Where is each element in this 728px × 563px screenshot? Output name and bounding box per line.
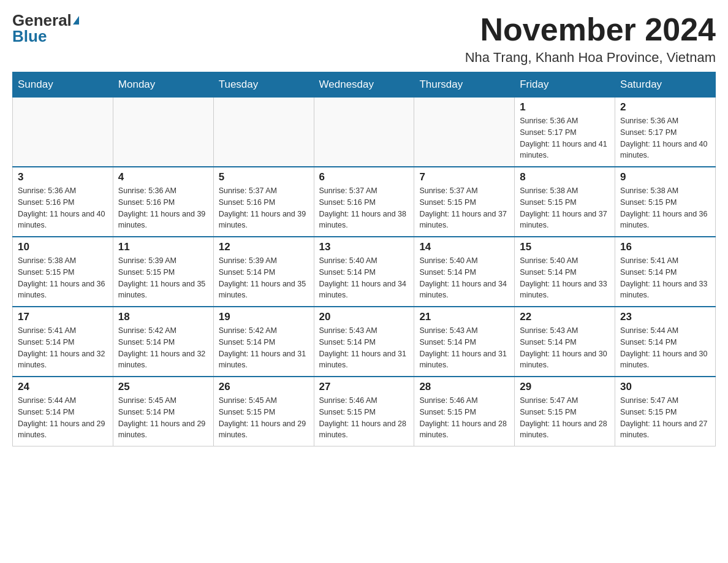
calendar-cell-1-6: 9Sunrise: 5:38 AMSunset: 5:15 PMDaylight…	[615, 167, 716, 237]
calendar-table: Sunday Monday Tuesday Wednesday Thursday…	[12, 72, 716, 446]
calendar-cell-1-1: 4Sunrise: 5:36 AMSunset: 5:16 PMDaylight…	[113, 167, 213, 237]
day-detail: Sunrise: 5:46 AMSunset: 5:15 PMDaylight:…	[319, 395, 409, 441]
day-number: 22	[520, 311, 610, 323]
day-detail: Sunrise: 5:37 AMSunset: 5:16 PMDaylight:…	[319, 185, 409, 231]
day-detail: Sunrise: 5:38 AMSunset: 5:15 PMDaylight:…	[18, 255, 108, 301]
day-number: 30	[620, 381, 710, 393]
week-row-3: 10Sunrise: 5:38 AMSunset: 5:15 PMDayligh…	[13, 237, 716, 307]
col-thursday: Thursday	[414, 72, 515, 98]
calendar-cell-0-4	[414, 98, 515, 167]
day-detail: Sunrise: 5:38 AMSunset: 5:15 PMDaylight:…	[620, 185, 710, 231]
calendar-cell-3-0: 17Sunrise: 5:41 AMSunset: 5:14 PMDayligh…	[13, 307, 113, 377]
calendar-cell-4-3: 27Sunrise: 5:46 AMSunset: 5:15 PMDayligh…	[314, 377, 414, 446]
col-wednesday: Wednesday	[314, 72, 414, 98]
calendar-cell-4-5: 29Sunrise: 5:47 AMSunset: 5:15 PMDayligh…	[515, 377, 615, 446]
day-number: 6	[319, 171, 409, 183]
day-number: 26	[219, 381, 309, 393]
col-sunday: Sunday	[13, 72, 113, 98]
calendar-cell-1-5: 8Sunrise: 5:38 AMSunset: 5:15 PMDaylight…	[515, 167, 615, 237]
day-number: 18	[118, 311, 208, 323]
day-number: 21	[419, 311, 509, 323]
calendar-cell-1-3: 6Sunrise: 5:37 AMSunset: 5:16 PMDaylight…	[314, 167, 414, 237]
day-detail: Sunrise: 5:36 AMSunset: 5:17 PMDaylight:…	[620, 115, 710, 161]
calendar-cell-2-1: 11Sunrise: 5:39 AMSunset: 5:15 PMDayligh…	[113, 237, 213, 307]
day-detail: Sunrise: 5:36 AMSunset: 5:16 PMDaylight:…	[118, 185, 208, 231]
day-detail: Sunrise: 5:39 AMSunset: 5:15 PMDaylight:…	[118, 255, 208, 301]
day-number: 14	[419, 241, 509, 253]
calendar-cell-0-0	[13, 98, 113, 167]
day-number: 25	[118, 381, 208, 393]
day-detail: Sunrise: 5:37 AMSunset: 5:16 PMDaylight:…	[219, 185, 309, 231]
day-detail: Sunrise: 5:39 AMSunset: 5:14 PMDaylight:…	[219, 255, 309, 301]
day-number: 28	[419, 381, 509, 393]
day-detail: Sunrise: 5:43 AMSunset: 5:14 PMDaylight:…	[419, 325, 509, 371]
col-tuesday: Tuesday	[213, 72, 314, 98]
day-number: 4	[118, 171, 208, 183]
week-row-5: 24Sunrise: 5:44 AMSunset: 5:14 PMDayligh…	[13, 377, 716, 446]
calendar-cell-2-4: 14Sunrise: 5:40 AMSunset: 5:14 PMDayligh…	[414, 237, 515, 307]
week-row-1: 1Sunrise: 5:36 AMSunset: 5:17 PMDaylight…	[13, 98, 716, 167]
col-friday: Friday	[515, 72, 615, 98]
day-detail: Sunrise: 5:42 AMSunset: 5:14 PMDaylight:…	[118, 325, 208, 371]
day-number: 19	[219, 311, 309, 323]
calendar-cell-1-4: 7Sunrise: 5:37 AMSunset: 5:15 PMDaylight…	[414, 167, 515, 237]
calendar-cell-4-4: 28Sunrise: 5:46 AMSunset: 5:15 PMDayligh…	[414, 377, 515, 446]
calendar-cell-3-1: 18Sunrise: 5:42 AMSunset: 5:14 PMDayligh…	[113, 307, 213, 377]
calendar-cell-4-0: 24Sunrise: 5:44 AMSunset: 5:14 PMDayligh…	[13, 377, 113, 446]
logo: General Blue	[12, 12, 79, 44]
calendar-cell-4-1: 25Sunrise: 5:45 AMSunset: 5:14 PMDayligh…	[113, 377, 213, 446]
calendar-cell-3-6: 23Sunrise: 5:44 AMSunset: 5:14 PMDayligh…	[615, 307, 716, 377]
day-detail: Sunrise: 5:46 AMSunset: 5:15 PMDaylight:…	[419, 395, 509, 441]
calendar-cell-2-3: 13Sunrise: 5:40 AMSunset: 5:14 PMDayligh…	[314, 237, 414, 307]
day-detail: Sunrise: 5:47 AMSunset: 5:15 PMDaylight:…	[620, 395, 710, 441]
week-row-2: 3Sunrise: 5:36 AMSunset: 5:16 PMDaylight…	[13, 167, 716, 237]
day-detail: Sunrise: 5:44 AMSunset: 5:14 PMDaylight:…	[18, 395, 108, 441]
calendar-cell-2-5: 15Sunrise: 5:40 AMSunset: 5:14 PMDayligh…	[515, 237, 615, 307]
calendar-cell-2-2: 12Sunrise: 5:39 AMSunset: 5:14 PMDayligh…	[213, 237, 314, 307]
day-detail: Sunrise: 5:41 AMSunset: 5:14 PMDaylight:…	[18, 325, 108, 371]
day-detail: Sunrise: 5:47 AMSunset: 5:15 PMDaylight:…	[520, 395, 610, 441]
calendar-cell-1-2: 5Sunrise: 5:37 AMSunset: 5:16 PMDaylight…	[213, 167, 314, 237]
day-number: 16	[620, 241, 710, 253]
calendar-cell-4-6: 30Sunrise: 5:47 AMSunset: 5:15 PMDayligh…	[615, 377, 716, 446]
day-number: 10	[18, 241, 108, 253]
day-detail: Sunrise: 5:36 AMSunset: 5:17 PMDaylight:…	[520, 115, 610, 161]
title-block: November 2024 Nha Trang, Khanh Hoa Provi…	[465, 12, 716, 66]
day-number: 27	[319, 381, 409, 393]
col-saturday: Saturday	[615, 72, 716, 98]
day-detail: Sunrise: 5:40 AMSunset: 5:14 PMDaylight:…	[520, 255, 610, 301]
calendar-cell-0-6: 2Sunrise: 5:36 AMSunset: 5:17 PMDaylight…	[615, 98, 716, 167]
calendar-cell-2-6: 16Sunrise: 5:41 AMSunset: 5:14 PMDayligh…	[615, 237, 716, 307]
day-number: 8	[520, 171, 610, 183]
calendar-cell-2-0: 10Sunrise: 5:38 AMSunset: 5:15 PMDayligh…	[13, 237, 113, 307]
day-number: 3	[18, 171, 108, 183]
week-row-4: 17Sunrise: 5:41 AMSunset: 5:14 PMDayligh…	[13, 307, 716, 377]
calendar-cell-1-0: 3Sunrise: 5:36 AMSunset: 5:16 PMDaylight…	[13, 167, 113, 237]
calendar-cell-3-3: 20Sunrise: 5:43 AMSunset: 5:14 PMDayligh…	[314, 307, 414, 377]
day-detail: Sunrise: 5:43 AMSunset: 5:14 PMDaylight:…	[520, 325, 610, 371]
calendar-cell-0-3	[314, 98, 414, 167]
day-number: 29	[520, 381, 610, 393]
calendar-cell-0-1	[113, 98, 213, 167]
calendar-cell-0-2	[213, 98, 314, 167]
calendar-cell-3-2: 19Sunrise: 5:42 AMSunset: 5:14 PMDayligh…	[213, 307, 314, 377]
location-text: Nha Trang, Khanh Hoa Province, Vietnam	[465, 50, 716, 66]
calendar-cell-3-4: 21Sunrise: 5:43 AMSunset: 5:14 PMDayligh…	[414, 307, 515, 377]
day-detail: Sunrise: 5:43 AMSunset: 5:14 PMDaylight:…	[319, 325, 409, 371]
day-number: 20	[319, 311, 409, 323]
month-title: November 2024	[465, 12, 716, 47]
col-monday: Monday	[113, 72, 213, 98]
day-number: 7	[419, 171, 509, 183]
day-detail: Sunrise: 5:38 AMSunset: 5:15 PMDaylight:…	[520, 185, 610, 231]
day-number: 13	[319, 241, 409, 253]
day-number: 1	[520, 101, 610, 113]
day-detail: Sunrise: 5:41 AMSunset: 5:14 PMDaylight:…	[620, 255, 710, 301]
day-number: 9	[620, 171, 710, 183]
calendar-cell-3-5: 22Sunrise: 5:43 AMSunset: 5:14 PMDayligh…	[515, 307, 615, 377]
day-number: 23	[620, 311, 710, 323]
day-detail: Sunrise: 5:40 AMSunset: 5:14 PMDaylight:…	[419, 255, 509, 301]
logo-blue-text: Blue	[12, 28, 47, 44]
day-detail: Sunrise: 5:45 AMSunset: 5:15 PMDaylight:…	[219, 395, 309, 441]
day-detail: Sunrise: 5:45 AMSunset: 5:14 PMDaylight:…	[118, 395, 208, 441]
day-detail: Sunrise: 5:42 AMSunset: 5:14 PMDaylight:…	[219, 325, 309, 371]
